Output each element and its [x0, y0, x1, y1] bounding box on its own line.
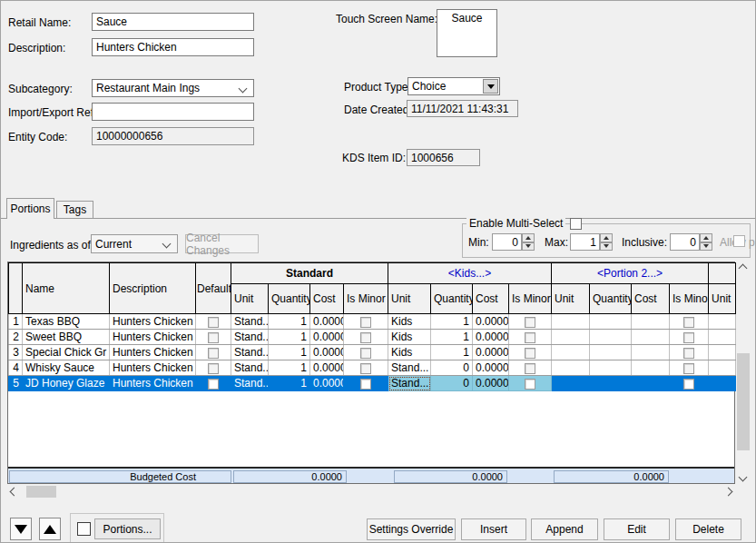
- cell-name[interactable]: Sweet BBQ: [23, 330, 110, 345]
- cell-standard-unit[interactable]: Stand...: [231, 330, 269, 345]
- isminor-checkbox[interactable]: [360, 379, 371, 390]
- delete-button[interactable]: Delete: [675, 518, 741, 540]
- cell-kids-unit-focused[interactable]: Stand...: [388, 376, 431, 391]
- subheader-last-unit[interactable]: Unit: [709, 284, 736, 314]
- vertical-scrollbar-thumb[interactable]: [737, 353, 750, 450]
- cell-portion2-isminor[interactable]: [670, 314, 709, 330]
- group-header-kids[interactable]: <Kids...>: [388, 263, 552, 284]
- isminor-checkbox[interactable]: [525, 348, 535, 359]
- cell-portion2-cost[interactable]: [632, 345, 670, 360]
- enable-multi-select-checkbox[interactable]: [570, 218, 582, 230]
- cell-name[interactable]: Whisky Sauce: [23, 360, 110, 376]
- portions-button[interactable]: Portions...: [94, 518, 161, 539]
- subheader-portion2-isminor[interactable]: Is Minor: [670, 284, 709, 314]
- isminor-checkbox[interactable]: [360, 317, 371, 328]
- cell-default[interactable]: [196, 345, 231, 360]
- table-row[interactable]: 1 Texas BBQ Hunters Chicken ... Stand...…: [9, 314, 736, 330]
- subheader-portion2-unit[interactable]: Unit: [552, 284, 590, 314]
- cell-kids-quantity[interactable]: 0: [431, 376, 473, 391]
- cell-kids-cost[interactable]: 0.0000: [473, 360, 509, 376]
- cell-default[interactable]: [196, 330, 231, 345]
- cell-name[interactable]: Special Chick Gr: [23, 345, 110, 360]
- dropdown-arrow-icon[interactable]: [483, 79, 498, 94]
- cell-description[interactable]: Hunters Chicken ...: [110, 376, 196, 391]
- cell-standard-quantity[interactable]: 1: [269, 360, 310, 376]
- column-header-name[interactable]: Name: [23, 263, 110, 314]
- cell-kids-unit[interactable]: Kids: [388, 345, 431, 360]
- cell-portion2-cost[interactable]: [632, 360, 670, 376]
- isminor-checkbox[interactable]: [360, 332, 371, 343]
- isminor-checkbox[interactable]: [525, 317, 535, 328]
- cell-kids-cost[interactable]: 0.0000: [473, 376, 509, 391]
- cell-kids-cost[interactable]: 0.0000: [473, 314, 509, 330]
- subheader-portion2-quantity[interactable]: Quantity: [590, 284, 632, 314]
- subheader-standard-unit[interactable]: Unit: [231, 284, 269, 314]
- cell-default[interactable]: [196, 314, 231, 330]
- default-checkbox[interactable]: [208, 348, 219, 359]
- cell-portion2-isminor[interactable]: [670, 330, 709, 345]
- cell-portion2-cost[interactable]: [632, 330, 670, 345]
- move-up-button[interactable]: [39, 518, 61, 540]
- cell-portion2-unit[interactable]: [552, 345, 590, 360]
- default-checkbox[interactable]: [208, 317, 219, 328]
- cell-portion2-quantity[interactable]: [590, 314, 632, 330]
- cell-portion2-isminor[interactable]: [670, 376, 709, 391]
- portions-checkbox[interactable]: [77, 522, 91, 536]
- product-type-dropdown[interactable]: Choice: [407, 77, 500, 95]
- cell-kids-unit[interactable]: Kids: [388, 330, 431, 345]
- scroll-up-icon[interactable]: [736, 262, 750, 275]
- description-input[interactable]: [92, 38, 254, 56]
- cell-default[interactable]: [196, 376, 231, 391]
- cell-standard-cost[interactable]: 0.0000: [310, 314, 344, 330]
- horizontal-scrollbar[interactable]: [7, 485, 735, 499]
- cell-portion2-unit[interactable]: [552, 314, 590, 330]
- cell-portion2-cost[interactable]: [632, 314, 670, 330]
- isminor-checkbox[interactable]: [683, 363, 694, 374]
- cell-standard-cost[interactable]: 0.0000: [310, 345, 344, 360]
- horizontal-scrollbar-thumb[interactable]: [26, 486, 56, 498]
- group-header-portion2[interactable]: <Portion 2...>: [552, 263, 709, 284]
- inclusive-input[interactable]: 0: [670, 233, 700, 251]
- default-checkbox[interactable]: [208, 379, 219, 390]
- min-input[interactable]: 0: [492, 233, 522, 251]
- import-export-input[interactable]: [92, 103, 254, 121]
- isminor-checkbox[interactable]: [360, 348, 371, 359]
- isminor-checkbox[interactable]: [525, 363, 535, 374]
- cell-standard-quantity[interactable]: 1: [269, 345, 310, 360]
- isminor-checkbox[interactable]: [683, 317, 694, 328]
- cell-standard-quantity[interactable]: 1: [269, 376, 310, 391]
- insert-button[interactable]: Insert: [461, 518, 526, 540]
- cell-kids-isminor[interactable]: [509, 314, 552, 330]
- cell-portion2-unit[interactable]: [552, 376, 590, 391]
- touch-screen-name-box[interactable]: Sauce: [437, 9, 497, 57]
- isminor-checkbox[interactable]: [525, 379, 535, 390]
- cell-standard-cost[interactable]: 0.0000: [310, 376, 344, 391]
- isminor-checkbox[interactable]: [360, 363, 371, 374]
- move-down-button[interactable]: [10, 518, 32, 540]
- cell-name[interactable]: JD Honey Glaze: [23, 376, 110, 391]
- max-spinner[interactable]: [600, 233, 613, 251]
- default-checkbox[interactable]: [208, 363, 219, 374]
- vertical-scrollbar[interactable]: [736, 262, 751, 484]
- cell-standard-isminor[interactable]: [344, 376, 388, 391]
- scroll-down-icon[interactable]: [736, 470, 750, 484]
- settings-override-button[interactable]: Settings Override: [367, 518, 456, 540]
- group-header-standard[interactable]: Standard: [231, 263, 388, 284]
- subheader-portion2-cost[interactable]: Cost: [632, 284, 670, 314]
- allow-plain-checkbox[interactable]: [733, 235, 745, 247]
- isminor-checkbox[interactable]: [683, 379, 694, 390]
- cell-default[interactable]: [196, 360, 231, 376]
- cell-kids-quantity[interactable]: 0: [431, 360, 473, 376]
- isminor-checkbox[interactable]: [683, 332, 694, 343]
- subcategory-dropdown[interactable]: Restaurant Main Ings: [92, 79, 254, 97]
- subheader-standard-cost[interactable]: Cost: [310, 284, 344, 314]
- cell-last-unit[interactable]: [709, 314, 736, 330]
- tab-tags[interactable]: Tags: [56, 201, 93, 218]
- scroll-right-icon[interactable]: [722, 485, 735, 499]
- cell-portion2-cost[interactable]: [632, 376, 670, 391]
- cell-standard-unit[interactable]: Stand...: [231, 360, 269, 376]
- column-header-default[interactable]: Default: [196, 263, 231, 314]
- subheader-kids-cost[interactable]: Cost: [473, 284, 509, 314]
- scroll-left-icon[interactable]: [7, 485, 21, 499]
- cell-standard-quantity[interactable]: 1: [269, 330, 310, 345]
